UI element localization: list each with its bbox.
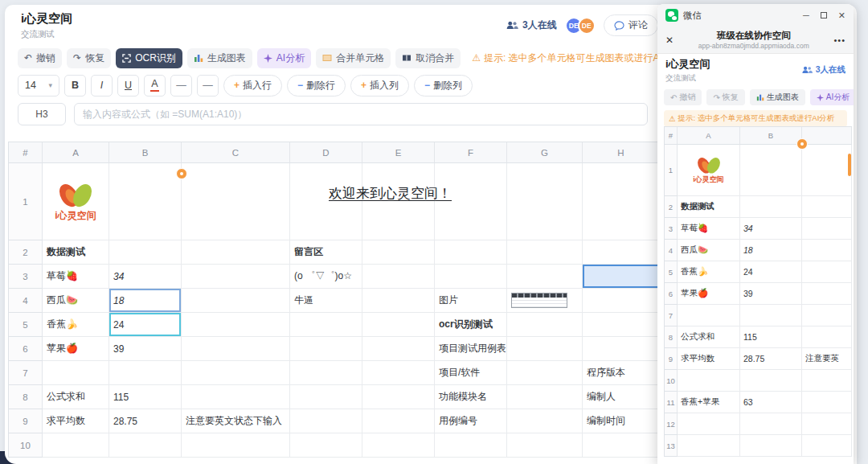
main-cell-D6[interactable]: [290, 337, 362, 361]
main-cell-B2[interactable]: [109, 240, 182, 265]
main-row-header-9[interactable]: 9: [9, 409, 43, 433]
main-cell-H4[interactable]: [583, 289, 660, 313]
maximize-button[interactable]: [821, 12, 827, 18]
main-cell-C5[interactable]: [182, 313, 290, 337]
main-cell-F2[interactable]: [435, 240, 507, 265]
main-cell-E9[interactable]: [362, 409, 435, 433]
wx-cell-B4[interactable]: 18: [740, 240, 802, 261]
main-cell-B3[interactable]: 34: [109, 265, 182, 289]
formula-input[interactable]: [74, 103, 648, 125]
insert-col-button[interactable]: +插入列: [350, 75, 409, 96]
bold-button[interactable]: B: [64, 75, 86, 96]
wx-cell-A12[interactable]: [678, 413, 740, 435]
main-cell-A3[interactable]: 草莓🍓: [43, 265, 109, 289]
main-cell-A10[interactable]: [43, 433, 109, 458]
main-cell-H6[interactable]: [583, 337, 660, 361]
embedded-image-thumbnail[interactable]: [511, 293, 567, 308]
main-cell-F8[interactable]: 功能模块名: [435, 385, 507, 409]
wx-cell-C3[interactable]: [802, 218, 852, 240]
wx-cell-A10[interactable]: [678, 370, 740, 392]
wx-generate-chart-button[interactable]: 生成图表: [750, 89, 805, 105]
minimize-button[interactable]: ─: [803, 10, 809, 20]
cell-reference-box[interactable]: H3: [18, 103, 66, 125]
wx-cell-C2[interactable]: [802, 196, 852, 218]
wx-cell-B10[interactable]: [740, 370, 802, 392]
main-cell-E10[interactable]: [362, 433, 435, 458]
main-cell-A5[interactable]: 香蕉🍌: [43, 313, 109, 337]
main-cell-F9[interactable]: 用例编号: [435, 409, 507, 433]
main-cell-H5[interactable]: [583, 313, 660, 337]
delete-row-button[interactable]: −删除行: [287, 75, 346, 96]
wx-cell-C12[interactable]: [802, 413, 852, 435]
main-cell-C7[interactable]: [182, 361, 290, 385]
main-col-header-A[interactable]: A: [43, 142, 109, 163]
main-cell-H9[interactable]: 编制时间: [583, 409, 660, 433]
main-cell-F5[interactable]: ocr识别测试: [435, 313, 507, 337]
wx-cell-C9[interactable]: 注意要英: [802, 348, 852, 370]
main-cell-G2[interactable]: [507, 240, 583, 265]
wx-cell-C4[interactable]: [802, 240, 852, 261]
main-cell-B8[interactable]: 115: [109, 385, 182, 409]
wx-cell-A11[interactable]: 香蕉+苹果: [678, 392, 740, 413]
main-cell-D8[interactable]: [290, 385, 362, 409]
wx-cell-A4[interactable]: 西瓜🍉: [678, 240, 740, 261]
main-cell-F7[interactable]: 项目/软件: [435, 361, 507, 385]
main-cell-B7[interactable]: [109, 361, 182, 385]
wx-row-header-10[interactable]: 10: [665, 370, 678, 392]
scrollbar-thumb[interactable]: [848, 154, 851, 176]
font-size-select[interactable]: 14▾: [18, 75, 59, 96]
main-cell-H10[interactable]: [583, 433, 660, 458]
main-cell-G4[interactable]: [507, 289, 583, 313]
wx-cell-A5[interactable]: 香蕉🍌: [678, 261, 740, 283]
wx-cell-A6[interactable]: 苹果🍎: [678, 283, 740, 305]
main-cell-A9[interactable]: 求平均数: [43, 409, 109, 433]
wx-ai-analysis-button[interactable]: AI分析: [810, 89, 854, 105]
wx-row-header-9[interactable]: 9: [665, 348, 678, 370]
main-cell-C6[interactable]: [182, 337, 290, 361]
wx-cell-C11[interactable]: [802, 392, 852, 413]
main-cell-B6[interactable]: 39: [109, 337, 182, 361]
wx-row-header-13[interactable]: 13: [665, 435, 678, 457]
main-row-header-10[interactable]: 10: [9, 433, 43, 458]
main-cell-D5[interactable]: [290, 313, 362, 337]
wx-cell-C5[interactable]: [802, 261, 852, 283]
main-cell-A1[interactable]: i心灵空间: [43, 163, 109, 240]
wx-row-header-6[interactable]: 6: [665, 283, 678, 305]
wx-cell-A7[interactable]: [678, 305, 740, 326]
redo-button[interactable]: ↷恢复: [67, 48, 111, 68]
main-cell-C8[interactable]: [182, 385, 290, 409]
wx-cell-B6[interactable]: 39: [740, 283, 802, 305]
main-cell-E7[interactable]: [362, 361, 435, 385]
generate-chart-button[interactable]: 生成图表: [187, 48, 252, 68]
main-cell-E6[interactable]: [362, 337, 435, 361]
main-col-header-C[interactable]: C: [182, 142, 290, 163]
italic-button[interactable]: I: [91, 75, 113, 96]
main-cell-E2[interactable]: [362, 240, 435, 265]
wx-select-all-corner[interactable]: #: [665, 127, 678, 145]
main-select-all-corner[interactable]: #: [9, 142, 43, 163]
avatar[interactable]: DE: [578, 17, 596, 35]
wx-cell-B8[interactable]: 115: [740, 326, 802, 348]
main-cell-B1[interactable]: [109, 163, 182, 240]
main-row-header-6[interactable]: 6: [9, 337, 43, 361]
wx-row-header-3[interactable]: 3: [665, 218, 678, 240]
wx-row-header-8[interactable]: 8: [665, 326, 678, 348]
main-row-header-3[interactable]: 3: [9, 265, 43, 289]
wx-col-header-C[interactable]: [802, 127, 852, 145]
main-cell-F3[interactable]: [435, 265, 507, 289]
main-cell-D10[interactable]: [290, 433, 362, 458]
main-col-header-H[interactable]: H: [583, 142, 660, 163]
wx-cell-A2[interactable]: 数据测试: [678, 196, 740, 218]
font-color-button[interactable]: A: [144, 75, 166, 96]
main-cell-G8[interactable]: [507, 385, 583, 409]
wx-row-header-2[interactable]: 2: [665, 196, 678, 218]
miniprogram-menu-icon[interactable]: •••: [833, 35, 845, 45]
main-cell-H1[interactable]: [583, 163, 660, 240]
wx-cell-B13[interactable]: [740, 435, 802, 457]
main-cell-F4[interactable]: 图片: [435, 289, 507, 313]
wx-cell-B5[interactable]: 24: [740, 261, 802, 283]
wx-col-header-B[interactable]: B: [740, 127, 802, 145]
underline-button[interactable]: U: [117, 75, 139, 96]
main-cell-C1[interactable]: [182, 163, 290, 240]
wx-cell-C6[interactable]: [802, 283, 852, 305]
